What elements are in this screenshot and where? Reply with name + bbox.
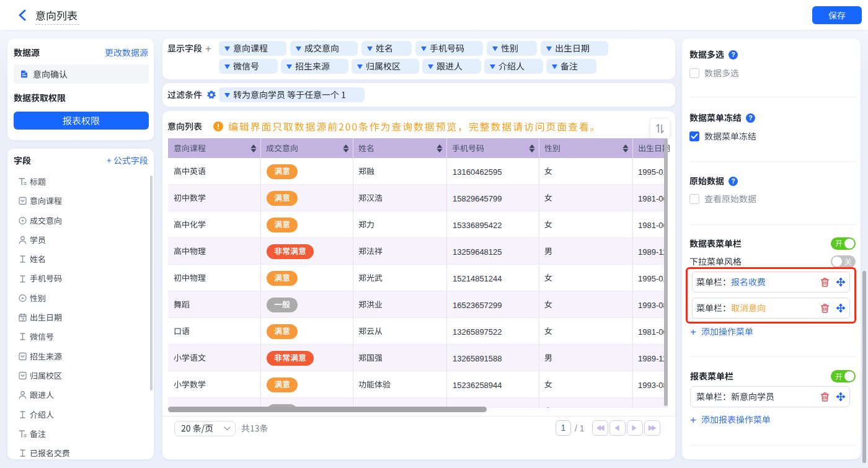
svg-text:?: ? xyxy=(748,115,752,121)
svg-text:?: ? xyxy=(731,51,735,58)
svg-text:?: ? xyxy=(731,178,735,185)
